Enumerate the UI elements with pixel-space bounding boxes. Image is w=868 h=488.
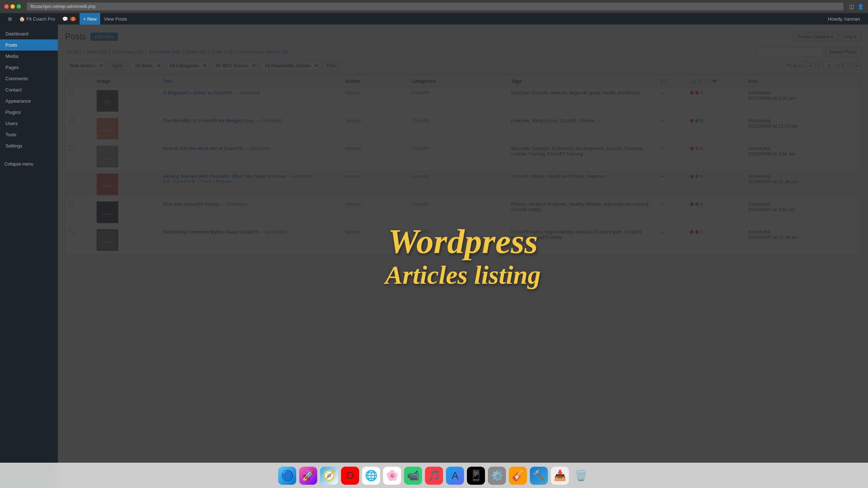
url-text: fitcoachpro.net/wp-admin/edit.php	[30, 4, 95, 9]
sidebar-item-users[interactable]: Users	[0, 118, 58, 129]
dock-opera[interactable]: O	[341, 467, 359, 485]
site-home-icon: 🏠	[19, 16, 25, 22]
sidebar-item-appearance[interactable]: Appearance	[0, 95, 58, 107]
wp-admin-bar: ⊞ 🏠 Fit Coach Pro 💬 0 + New View Posts H…	[0, 13, 868, 25]
dock-instruments[interactable]: 🎸	[509, 467, 527, 485]
new-label: + New	[83, 16, 97, 22]
close-window-button[interactable]	[4, 4, 9, 9]
url-bar[interactable]: fitcoachpro.net/wp-admin/edit.php	[27, 3, 843, 10]
collapse-menu-button[interactable]: Collapse menu	[0, 159, 58, 170]
comment-icon: 💬	[62, 16, 68, 22]
dock-trash[interactable]: 🗑️	[572, 467, 590, 485]
admin-bar-comments[interactable]: 💬 0	[59, 13, 80, 25]
overlay-title: Wordpress	[385, 222, 541, 261]
admin-bar-new[interactable]: + New	[80, 13, 100, 25]
dock-downloads[interactable]: 📥	[551, 467, 569, 485]
minimize-window-button[interactable]	[10, 4, 15, 9]
extension-icon: ◫	[849, 4, 854, 9]
comment-count: 0	[70, 17, 76, 21]
admin-bar-view-posts[interactable]: View Posts	[100, 13, 131, 25]
sidebar-item-plugins[interactable]: Plugins	[0, 107, 58, 118]
browser-icons: ◫ 👤	[849, 4, 864, 9]
dock: 🔵 🚀 🧭 O 🌐 🌸 📹 🎵 A 📱 ⚙️ 🎸 🔨 📥 🗑️	[0, 463, 868, 488]
dock-chrome[interactable]: 🌐	[362, 467, 380, 485]
dock-xcode[interactable]: 🔨	[530, 467, 548, 485]
site-name-text: Fit Coach Pro	[26, 16, 55, 22]
dock-photos[interactable]: 🌸	[383, 467, 401, 485]
dock-music[interactable]: 🎵	[425, 467, 443, 485]
sidebar-item-pages[interactable]: Pages	[0, 62, 58, 73]
dock-simulator[interactable]: 📱	[467, 467, 485, 485]
sidebar: Dashboard Posts Media Pages Comments Con…	[0, 25, 58, 488]
browser-bar: fitcoachpro.net/wp-admin/edit.php ◫ 👤	[0, 0, 868, 13]
dock-launchpad[interactable]: 🚀	[299, 467, 317, 485]
admin-bar-howdy: Howdy, hannan	[824, 16, 864, 22]
dock-finder[interactable]: 🔵	[278, 467, 296, 485]
view-posts-label: View Posts	[104, 16, 127, 22]
sidebar-item-contact[interactable]: Contact	[0, 84, 58, 95]
dock-facetime[interactable]: 📹	[404, 467, 422, 485]
overlay-subtitle: Articles listing	[385, 260, 541, 290]
sidebar-item-settings[interactable]: Settings	[0, 140, 58, 151]
sidebar-item-tools[interactable]: Tools	[0, 129, 58, 140]
dock-safari[interactable]: 🧭	[320, 467, 338, 485]
wp-icon: ⊞	[8, 16, 12, 22]
sidebar-item-media[interactable]: Media	[0, 51, 58, 62]
sidebar-item-dashboard[interactable]: Dashboard	[0, 28, 58, 39]
sidebar-item-comments[interactable]: Comments	[0, 73, 58, 84]
dock-system-settings[interactable]: ⚙️	[488, 467, 506, 485]
profile-icon: 👤	[858, 4, 864, 9]
sidebar-item-posts[interactable]: Posts	[0, 39, 58, 51]
overlay: Wordpress Articles listing	[58, 25, 868, 488]
browser-window-controls	[4, 4, 21, 9]
overlay-content: Wordpress Articles listing	[385, 222, 541, 291]
wp-logo-button[interactable]: ⊞	[4, 13, 16, 25]
maximize-window-button[interactable]	[17, 4, 21, 9]
admin-bar-site-name[interactable]: 🏠 Fit Coach Pro	[16, 13, 59, 25]
howdy-text: Howdy, hannan	[828, 16, 860, 22]
dock-appstore[interactable]: A	[446, 467, 464, 485]
